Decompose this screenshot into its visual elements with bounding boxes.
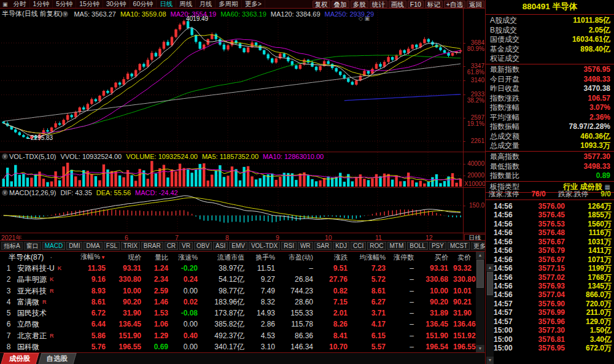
indicator-tab-OBV[interactable]: OBV — [194, 242, 212, 250]
action-button-复权[interactable]: 复权 — [313, 1, 330, 8]
action-button-画线[interactable]: 画线 — [389, 1, 406, 8]
table-title-text: 半导体(87) — [9, 253, 44, 261]
action-button-+自选[interactable]: +自选 — [444, 1, 465, 8]
indicator-tab-EMV[interactable]: EMV — [229, 242, 247, 250]
cell-涨幅%: 5.86 — [77, 330, 111, 341]
indicator-tab-ASI[interactable]: ASI — [213, 242, 228, 250]
table-row-国民技术[interactable]: 5国民技术6.7231.901.53-0.08173.87亿14.93155.3… — [0, 308, 485, 319]
scroll-up-icon[interactable]: ▲ — [476, 252, 484, 259]
column-header-现价[interactable]: 现价 — [111, 252, 146, 263]
column-header-均涨幅%[interactable]: 均涨幅% — [352, 252, 391, 263]
period-button-月线[interactable]: 月线 — [196, 0, 216, 9]
indicator-tab-KDJ[interactable]: KDJ — [333, 242, 349, 250]
stat-row-指数涨幅: 指数涨幅3.07% — [486, 103, 614, 113]
indicator-tab-MCST[interactable]: MCST — [448, 242, 470, 250]
stat-value: 2.36% — [589, 113, 610, 123]
window-icon[interactable]: ▣ — [0, 1, 10, 7]
indicator-tab-TRIX[interactable]: TRIX — [121, 242, 140, 250]
indicator-tab-VOL-TDX[interactable]: VOL-TDX — [249, 242, 280, 250]
table-row-晶丰明源[interactable]: 2晶丰明源K9.16330.802.340.2454.12亿9.2726.842… — [0, 274, 485, 285]
period-button-多周期[interactable]: 多周期 — [216, 0, 242, 9]
period-button-5分钟[interactable]: 5分钟 — [53, 0, 76, 9]
indicator-tab-BRAR[interactable]: BRAR — [141, 242, 163, 250]
column-header-换手%[interactable]: 换手% — [249, 252, 280, 263]
indicator-group-指标A[interactable]: 指标A — [1, 242, 23, 250]
column-header-量比[interactable]: 量比 — [146, 252, 173, 263]
scroll-down-icon[interactable]: ▼ — [486, 357, 494, 364]
period-button-60分钟[interactable]: 60分钟 — [130, 0, 157, 9]
pane-border — [0, 152, 485, 152]
column-header-涨速%[interactable]: 涨速% — [173, 252, 203, 263]
cell-涨幅%: 5.76 — [77, 341, 111, 352]
panel-divider — [486, 151, 614, 152]
stock-name: 亚光科技R — [17, 285, 77, 296]
table-row-富满微[interactable]: 4富满微R8.6190.201.460.02183.96亿8.3228.607.… — [0, 296, 485, 308]
period-button-15分钟[interactable]: 15分钟 — [76, 0, 103, 9]
table-row-亚光科技[interactable]: 3亚光科技R8.9310.002.590.0098.77亿7.49744.230… — [0, 285, 485, 296]
table-scrollbar[interactable]: ▲ ▼ — [476, 252, 484, 352]
indicator-tab-ROC[interactable]: ROC — [367, 242, 386, 250]
collapse-icon[interactable]: ∨ — [62, 11, 68, 17]
indicator-tab-MACD[interactable]: MACD — [42, 242, 65, 250]
dea-label: DEA: 55.56 — [96, 189, 131, 196]
bottom-tab-成份股[interactable]: 成份股 — [1, 353, 39, 364]
bottom-tab-自选股[interactable]: 自选股 — [38, 353, 76, 364]
indicator-bar: 指标A窗口MACDDMIDMAFSLTRIXBRARCRVROBVASIEMVV… — [0, 241, 485, 251]
tick-field: 3576.67 — [521, 238, 565, 246]
table-row-立昂微[interactable]: 6立昂微6.44136.451.060.00385.82亿2.86115.788… — [0, 319, 485, 330]
scroll-down-icon[interactable]: ▼ — [476, 345, 484, 352]
symbol-header: 880491 半导体 — [486, 1, 614, 12]
vol-ma5-label: MA5: 11857352.00 — [202, 153, 258, 160]
indicator-tab-SAR[interactable]: SAR — [314, 242, 332, 250]
period-button-周线[interactable]: 周线 — [176, 0, 196, 9]
indicator-tab-VR[interactable]: VR — [179, 242, 193, 250]
table-row-国科微[interactable]: 8国科微5.76196.550.690.00340.17亿3.10146.341… — [0, 341, 485, 352]
column-header-卖价[interactable]: 卖价 — [453, 252, 476, 263]
action-button-返回[interactable]: 返回 — [467, 1, 484, 8]
pane-border — [0, 8, 485, 9]
indicator-group-窗口[interactable]: 窗口 — [24, 242, 41, 250]
column-header-市盈(动)[interactable]: 市盈(动) — [280, 252, 318, 263]
candlestick-chart[interactable] — [0, 9, 485, 233]
period-button-分时[interactable]: 分时 — [10, 0, 30, 9]
column-header-买价[interactable]: 买价 — [419, 252, 453, 263]
scrollbar-thumb[interactable] — [487, 272, 493, 295]
indicator-tab-BOLL[interactable]: BOLL — [407, 242, 428, 250]
column-header-涨停数[interactable]: 涨停数 — [391, 252, 419, 263]
indicator-tab-CR[interactable]: CR — [165, 242, 178, 250]
column-header-涨幅%[interactable]: 涨幅%▼ — [77, 251, 111, 263]
action-button-多股[interactable]: 多股 — [351, 1, 368, 8]
vol-collapse-icon[interactable]: ∨ — [2, 153, 8, 160]
stat-row-总成交额: 总成交额460.36亿 — [486, 132, 614, 142]
period-button-1分钟[interactable]: 1分钟 — [30, 0, 53, 9]
indicator-tab-DMA[interactable]: DMA — [84, 242, 102, 250]
indicator-tab-MTM[interactable]: MTM — [387, 242, 406, 250]
table-row-北京君正[interactable]: 7北京君正R5.86151.901.290.40492.37亿4.5386.36… — [0, 330, 485, 341]
column-header-涨跌[interactable]: 涨跌 — [318, 252, 352, 263]
pane-window-icons[interactable]: ◇ ▣ — [359, 15, 370, 21]
action-button-F10[interactable]: F10 — [408, 1, 424, 8]
cell-涨跌: 8.26 — [318, 319, 352, 330]
stat-value: 78.97/2.28% — [569, 122, 610, 132]
tick-field: 1071万 — [565, 255, 612, 264]
period-button-日线[interactable]: 日线 — [157, 0, 176, 9]
indicator-tab-FSL[interactable]: FSL — [104, 242, 120, 250]
indicator-tab-PSY[interactable]: PSY — [429, 242, 446, 250]
period-button-更多>[interactable]: 更多> — [242, 0, 265, 9]
period-button-30分钟[interactable]: 30分钟 — [103, 0, 130, 9]
indicator-tab-DMI[interactable]: DMI — [66, 242, 82, 250]
table-row-安路科技-U[interactable]: 1安路科技-UK11.3593.311.24-0.2038.97亿11.51–9… — [0, 263, 485, 274]
indicator-tab-RSI[interactable]: RSI — [281, 242, 297, 250]
indicator-tab-CCI[interactable]: CCI — [351, 242, 366, 250]
table-title: 半导体(87)· — [0, 252, 77, 263]
indicator-tab-WR[interactable]: WR — [298, 242, 313, 250]
tick-scrollbar[interactable]: ▲ ▼ — [486, 264, 494, 364]
tick-field: 3576.81 — [521, 335, 565, 344]
action-button-统计[interactable]: 统计 — [370, 1, 387, 8]
scroll-up-icon[interactable]: ▲ — [486, 264, 494, 271]
macd-collapse-icon[interactable]: ∨ — [2, 190, 8, 196]
scrollbar-thumb[interactable] — [476, 260, 484, 288]
action-button-叠加[interactable]: 叠加 — [332, 1, 349, 8]
action-button-标记[interactable]: 标记 — [425, 1, 443, 8]
column-header-流通市值[interactable]: 流通市值 — [203, 252, 249, 263]
